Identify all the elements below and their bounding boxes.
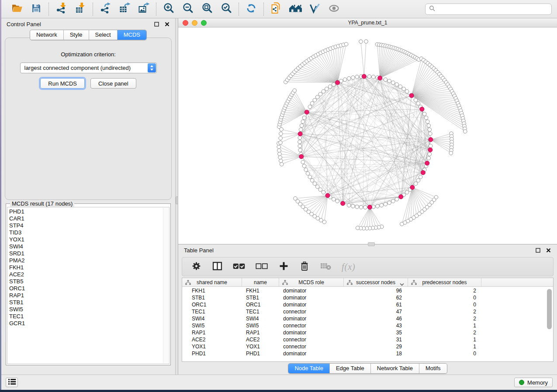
tab-edge-table[interactable]: Edge Table (329, 364, 370, 373)
cell-successor-nodes: 46 (344, 316, 408, 322)
mcds-result-item[interactable]: SWI4 (9, 243, 162, 250)
mcds-result-group: MCDS result (17 nodes) PHD1CAR1STP4TID3Y… (6, 203, 171, 365)
mcds-result-item[interactable]: PMA2 (9, 257, 162, 264)
cell-name: TEC1 (242, 309, 279, 315)
mcds-result-scrollbar[interactable] (163, 208, 169, 363)
mcds-result-item[interactable]: SWI5 (9, 306, 162, 313)
delete-table-icon (320, 262, 331, 272)
mcds-result-item[interactable]: GCR1 (9, 320, 162, 327)
table-row[interactable]: ORC1ORC1dominator610 (182, 301, 553, 308)
table-row[interactable]: PHD1PHD1dominator180 (182, 350, 553, 357)
mcds-result-item[interactable]: PHD1 (9, 208, 162, 215)
table-toolbar-function-builder-button: f(x) (342, 261, 356, 273)
cell-mcds-role: dominator (279, 351, 344, 357)
table-row[interactable]: ACE2ACE2connector311 (182, 336, 553, 343)
zoom-selected-icon (221, 2, 232, 16)
toolbar-export-network-button[interactable] (99, 3, 112, 16)
table-row[interactable]: RAP1RAP1dominator352 (182, 329, 553, 336)
mcds-result-item[interactable]: YOX1 (9, 236, 162, 243)
shared-column-icon (411, 280, 417, 286)
toolbar-zoom-selected-button[interactable] (220, 3, 233, 16)
column-header-MCDS-role[interactable]: MCDS role (279, 278, 344, 286)
memory-button[interactable]: Memory (514, 378, 553, 387)
table-scrollbar-thumb[interactable] (547, 289, 552, 329)
sort-indicator-icon (400, 281, 404, 287)
table-row[interactable]: SWI5SWI5connector431 (182, 322, 553, 329)
cell-predecessor-nodes: 1 (408, 323, 481, 329)
cell-predecessor-nodes: 1 (408, 344, 481, 350)
toolbar-import-network-button[interactable] (55, 3, 68, 16)
table-scrollbar[interactable] (547, 288, 552, 358)
toolbar-zoom-out-button[interactable] (181, 3, 194, 16)
control-panel-close-button[interactable] (164, 21, 170, 27)
close-panel-button[interactable]: Close panel (90, 78, 136, 89)
task-history-button[interactable] (6, 378, 18, 387)
table-toolbar-deselect-all-button[interactable] (256, 261, 268, 273)
table-toolbar-add-column-button[interactable] (278, 261, 289, 273)
toolbar-share-document-button[interactable] (270, 3, 283, 16)
table-row[interactable]: FKH1FKH1dominator962 (182, 287, 553, 294)
tab-node-table[interactable]: Node Table (288, 364, 329, 373)
mcds-result-item[interactable]: STB5 (9, 278, 162, 285)
tab-network-table[interactable]: Network Table (370, 364, 419, 373)
toolbar-import-table-button[interactable] (74, 3, 87, 16)
mcds-result-item[interactable]: STP4 (9, 222, 162, 229)
toolbar-vizmapper-button[interactable] (308, 3, 321, 16)
tab-motifs[interactable]: Motifs (419, 364, 447, 373)
mcds-result-item[interactable]: FKH1 (9, 264, 162, 271)
tab-network[interactable]: Network (30, 30, 63, 40)
table-panel-close-button[interactable] (546, 248, 551, 253)
table-toolbar-delete-column-button[interactable] (299, 261, 310, 273)
table-row[interactable]: TEC1TEC1connector472 (182, 308, 553, 315)
cell-mcds-role: dominator (279, 288, 344, 294)
table-toolbar-select-all-button[interactable] (233, 261, 245, 273)
toolbar-export-image-button[interactable] (137, 3, 150, 16)
table-row[interactable]: YOX1YOX1connector291 (182, 343, 553, 350)
table-row[interactable]: STB1STB1dominator620 (182, 294, 553, 301)
optimization-criterion-select[interactable]: largest connected component (undirected) (20, 62, 157, 73)
tab-style[interactable]: Style (63, 30, 89, 40)
mcds-result-item[interactable]: ACE2 (9, 271, 162, 278)
tab-mcds[interactable]: MCDS (117, 30, 146, 40)
mcds-result-item[interactable]: TEC1 (9, 313, 162, 320)
mcds-result-item[interactable]: TID3 (9, 229, 162, 236)
toolbar-save-button[interactable] (30, 3, 43, 16)
column-header-predecessor-nodes[interactable]: predecessor nodes (408, 278, 481, 286)
window-minimize-traffic-light[interactable] (192, 20, 197, 26)
control-panel-float-button[interactable] (154, 21, 159, 27)
network-canvas[interactable] (178, 28, 557, 244)
column-header-shared-name[interactable]: shared name (182, 278, 242, 286)
column-header-name[interactable]: name (242, 278, 279, 286)
tab-select[interactable]: Select (89, 30, 117, 40)
toolbar-hide-selected-eye-button[interactable] (327, 3, 340, 16)
table-toolbar-settings-button[interactable] (191, 261, 201, 273)
mcds-result-item[interactable]: SRD1 (9, 250, 162, 257)
mcds-result-item[interactable]: CAR1 (9, 215, 162, 222)
toolbar-session-home-button[interactable] (289, 3, 302, 16)
toolbar-export-table-button[interactable] (118, 3, 131, 16)
window-zoom-traffic-light[interactable] (201, 20, 207, 26)
toolbar-zoom-in-button[interactable] (162, 3, 175, 16)
toolbar-open-button[interactable] (10, 3, 24, 16)
network-window-titlebar[interactable]: YPA_prune.txt_1 (178, 18, 557, 28)
mcds-result-list[interactable]: PHD1CAR1STP4TID3YOX1SWI4SRD1PMA2FKH1ACE2… (7, 207, 170, 364)
run-mcds-button[interactable]: Run MCDS (40, 78, 85, 89)
table-panel-float-button[interactable] (535, 248, 541, 253)
mcds-result-item[interactable]: STB1 (9, 299, 162, 306)
toolbar-zoom-fit-button[interactable] (201, 3, 214, 16)
search-input[interactable] (438, 6, 548, 12)
vertical-splitter[interactable] (175, 18, 178, 375)
control-panel-tabs: NetworkStyleSelectMCDS (1, 30, 175, 40)
cell-shared-name: TEC1 (182, 309, 242, 315)
zoom-in-icon (163, 2, 175, 16)
mcds-result-item[interactable]: ORC1 (9, 285, 162, 292)
table-row[interactable]: SWI4SWI4dominator462 (182, 315, 553, 322)
table-toolbar-split-view-button[interactable] (212, 261, 222, 273)
column-header-successor-nodes[interactable]: successor nodes (344, 278, 408, 286)
horizontal-splitter-handle[interactable] (368, 242, 375, 246)
cell-name: SWI4 (242, 316, 279, 322)
search-box[interactable] (425, 3, 552, 15)
mcds-result-item[interactable]: RAP1 (9, 292, 162, 299)
window-close-traffic-light[interactable] (183, 20, 188, 26)
toolbar-refresh-button[interactable] (245, 3, 258, 16)
